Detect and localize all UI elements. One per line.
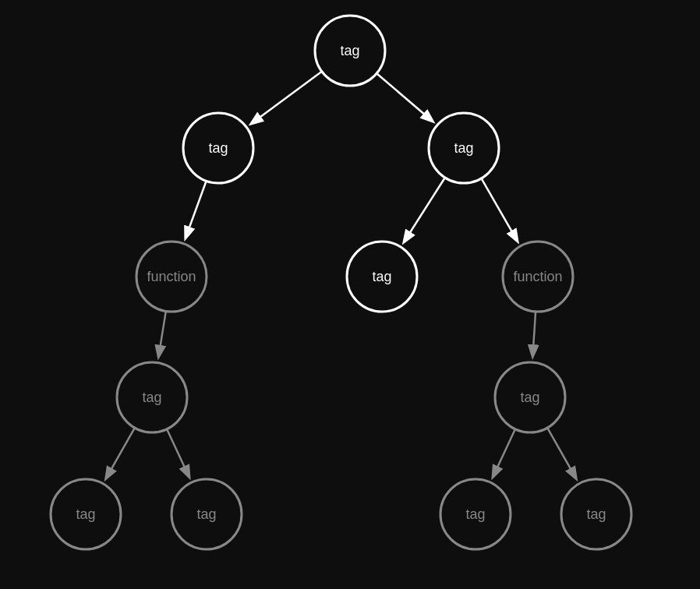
tree-node-c2: tag (347, 242, 417, 312)
tree-node-ll3: tag (117, 362, 187, 432)
tree-edge (167, 429, 189, 477)
tree-node-rr4b: tag (561, 479, 631, 549)
tree-edge (481, 178, 517, 241)
node-label: tag (520, 390, 539, 405)
node-label: tag (454, 140, 473, 156)
tree-edge (106, 428, 135, 478)
tree-edge (532, 312, 536, 356)
tree-node-rr4a: tag (440, 479, 511, 549)
node-label: tag (208, 140, 228, 156)
node-label: tag (196, 506, 216, 522)
tree-node-r2: function (503, 242, 573, 312)
tree-node-root: tag (315, 16, 385, 86)
node-label: tag (372, 269, 391, 284)
tree-edge (377, 73, 433, 121)
node-label: tag (340, 43, 359, 58)
node-label: function (513, 269, 562, 284)
tree-node-l2: function (136, 242, 207, 312)
tree-node-ll4a: tag (51, 479, 121, 549)
tree-node-l1: tag (183, 113, 253, 183)
node-label: function (147, 269, 196, 284)
tree-edge (404, 178, 444, 242)
tree-edge (252, 72, 322, 124)
tree-edge (158, 311, 165, 356)
tree-edge (186, 181, 207, 238)
tree-edge (547, 428, 576, 478)
tree-node-rr3: tag (495, 362, 565, 432)
tree-node-ll4b: tag (171, 479, 242, 549)
node-label: tag (142, 390, 161, 405)
tree-node-r1: tag (429, 113, 499, 183)
node-label: tag (586, 506, 606, 522)
node-label: tag (465, 506, 485, 522)
tree-diagram: tagtagtagfunctiontagfunctiontagtagtagtag… (0, 0, 700, 589)
node-label: tag (76, 506, 95, 522)
tree-edge (493, 429, 515, 477)
